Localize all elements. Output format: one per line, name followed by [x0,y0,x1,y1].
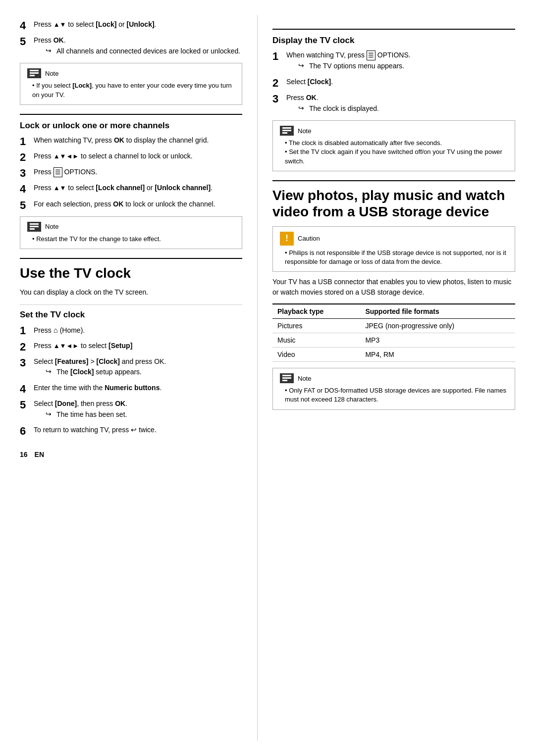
lock-step-num-1: 1 [20,136,34,148]
lock-step-5-content: For each selection, press OK to lock or … [34,200,242,209]
divider-usb [272,180,515,181]
clock-step-3-content: Select [Features] > [Clock] and press OK… [34,357,166,365]
options-icon-lock3: ☰ [54,167,62,177]
clock-step-3-result-text: The [Clock] setup appears. [56,367,142,377]
clock-step-num-2: 2 [20,341,34,353]
display-step-num-2: 2 [272,77,286,89]
caution-icon: ! [280,232,294,246]
divider-clock [20,258,242,259]
display-step-1-result-text: The TV options menu appears. [309,61,404,71]
nav-arrows-4: ▲▼ [54,21,66,28]
note-label-2: Note [45,223,58,230]
table-header-row: Playback type Supported file formats [272,304,515,319]
clock-step-2-content: Press ▲▼◄► to select [Setup] [34,341,242,351]
step-num-5: 5 [20,36,34,48]
display-step-2-content: Select [Clock]. [286,77,515,87]
note-icon-2 [27,222,41,232]
footer-page-number: 16 [20,451,28,458]
svg-rect-8 [282,132,287,134]
format-table: Playback type Supported file formats Pic… [272,303,515,362]
footer-lang: EN [35,451,44,458]
lock-step-num-3: 3 [20,167,34,179]
step-5-content: Press OK. [34,36,66,44]
col2-header: Supported file formats [360,304,515,319]
usb-section-title: View photos, play music and watch video … [272,187,515,220]
clock-step-num-3: 3 [20,357,34,369]
note-label-right-1: Note [298,127,311,135]
lock-step-3: 3 Press ☰ OPTIONS. [20,167,242,179]
top-steps-block: 4 Press ▲▼ to select [Lock] or [Unlock].… [20,20,242,58]
note-box-right-2: Note Only FAT or DOS-formatted USB stora… [272,368,515,409]
lock-unlock-section: Lock or unlock one or more channels 1 Wh… [20,121,242,211]
clock-step-num-4: 4 [20,383,34,395]
svg-rect-10 [282,377,291,379]
step-5-result-text: All channels and connected devices are l… [56,47,240,56]
note-header-1: Note [27,68,235,78]
lock-step-4: 4 Press ▲▼ to select [Lock channel] or [… [20,183,242,195]
step-4-lock-unlock: 4 Press ▲▼ to select [Lock] or [Unlock]. [20,20,242,32]
left-column: 4 Press ▲▼ to select [Lock] or [Unlock].… [0,15,258,741]
options-icon-display1: ☰ [367,50,375,60]
lock-step-1-content: When watching TV, press OK to display th… [34,136,242,146]
row-format-pictures: JPEG (non-progressive only) [360,319,515,333]
usb-section: View photos, play music and watch video … [272,187,515,410]
note-item-right-1a: The clock is disabled automatically afte… [280,139,508,148]
table-row-video: Video MP4, RM [272,348,515,362]
lock-section-title: Lock or unlock one or more channels [20,121,242,131]
note-header-2: Note [27,222,235,232]
display-step-3-result: ↪ The clock is displayed. [298,104,515,114]
note-item-right-1b: Set the TV clock again if you have switc… [280,148,508,165]
row-type-video: Video [272,348,360,362]
step-5-result: ↪ All channels and connected devices are… [46,47,242,56]
divider-lock [20,114,242,115]
clock-step-6-content: To return to watching TV, press ↩ twice. [34,425,242,435]
clock-body-text: You can display a clock on the TV screen… [20,287,242,298]
row-format-music: MP3 [360,333,515,348]
note-label-1: Note [45,70,58,77]
note-item-2: Restart the TV for the change to take ef… [27,235,235,244]
nav-arrows-lock2: ▲▼◄► [54,152,79,160]
svg-rect-11 [282,380,287,381]
clock-step-5: 5 Select [Done], then press OK. ↪ The ti… [20,399,242,421]
lock-step-5: 5 For each selection, press OK to lock o… [20,200,242,211]
step-5-press-ok: 5 Press OK. ↪ All channels and connected… [20,36,242,58]
display-step-2: 2 Select [Clock]. [272,77,515,89]
svg-rect-9 [282,375,291,376]
clock-step-3-result: ↪ The [Clock] setup appears. [46,367,242,377]
step-num-4: 4 [20,20,34,32]
clock-step-6: 6 To return to watching TV, press ↩ twic… [20,425,242,437]
clock-step-num-6: 6 [20,425,34,437]
usb-body-text: Your TV has a USB connector that enables… [272,277,515,298]
note-box-1: Note If you select [Lock], you have to e… [20,63,242,104]
arrow-display1: ↪ [298,61,306,69]
clock-step-3: 3 Select [Features] > [Clock] and press … [20,357,242,379]
clock-step-5-content: Select [Done], then press OK. [34,400,127,407]
arrow-display3: ↪ [298,104,306,112]
clock-step-num-1: 1 [20,325,34,337]
display-step-1: 1 When watching TV, press ☰ OPTIONS. ↪ T… [272,50,515,73]
svg-rect-2 [30,75,35,76]
display-step-3-content: Press OK. [286,94,319,101]
display-step-1-content: When watching TV, press ☰ OPTIONS. [286,51,411,59]
row-type-pictures: Pictures [272,319,360,333]
svg-rect-3 [30,223,39,225]
clock-step-4: 4 Enter the time with the Numeric button… [20,383,242,395]
divider-display [272,29,515,30]
display-clock-title: Display the TV clock [272,36,515,46]
table-row-music: Music MP3 [272,333,515,348]
row-type-music: Music [272,333,360,348]
back-icon: ↩ [131,426,137,434]
nav-arrows-lock4: ▲▼ [54,184,66,192]
display-step-3: 3 Press OK. ↪ The clock is displayed. [272,93,515,115]
svg-rect-6 [282,127,291,129]
display-step-3-result-text: The clock is displayed. [309,104,379,114]
display-clock-section: Display the TV clock 1 When watching TV,… [272,36,515,115]
note-header-right-2: Note [280,373,508,383]
clock-section: Use the TV clock You can display a clock… [20,265,242,438]
note-icon-right-2 [280,373,294,383]
note-box-right-1: Note The clock is disabled automatically… [272,120,515,171]
arrow-5: ↪ [46,47,54,54]
clock-step-1-content: Press ⌂ (Home). [34,325,242,336]
right-column: Display the TV clock 1 When watching TV,… [258,15,535,741]
lock-step-2: 2 Press ▲▼◄► to select a channel to lock… [20,151,242,163]
